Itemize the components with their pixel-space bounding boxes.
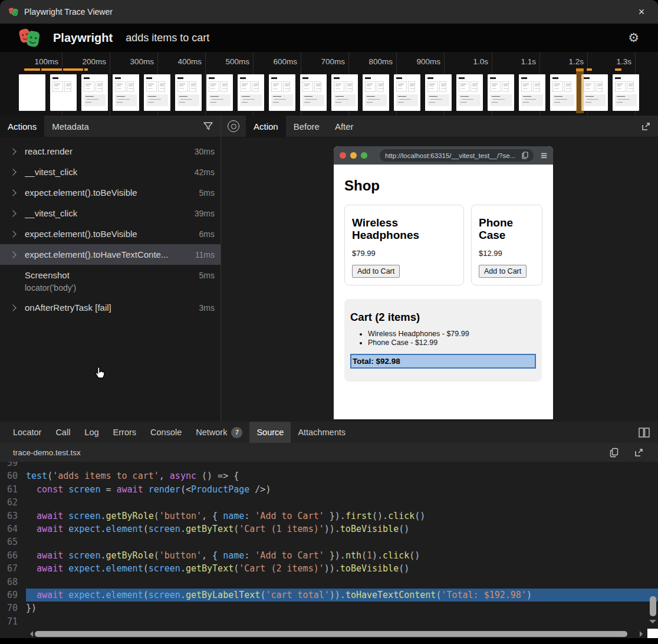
timeline[interactable]: 100ms200ms300ms400ms500ms600ms700ms800ms… (0, 52, 658, 116)
tab-locator[interactable]: Locator (6, 422, 48, 443)
action-row[interactable]: expect.element().toBeVisible6ms (0, 224, 221, 244)
filmstrip-thumbnail[interactable] (550, 74, 577, 111)
filmstrip-thumbnail[interactable] (81, 74, 108, 111)
thumb-mini-heading (396, 77, 402, 79)
tab-log[interactable]: Log (77, 422, 106, 443)
filmstrip-thumbnail[interactable] (269, 74, 295, 111)
tab-call[interactable]: Call (48, 422, 77, 443)
browser-menu-icon[interactable]: ≡ (541, 149, 547, 162)
filmstrip-thumbnail[interactable] (488, 74, 514, 111)
copy-url-icon[interactable] (522, 152, 528, 159)
filmstrip-thumbnail[interactable] (50, 74, 77, 111)
thumb-mini-card (177, 81, 188, 92)
vertical-scrollbar-thumb[interactable] (650, 596, 656, 616)
action-row[interactable]: expect.element().toHaveTextConte...11ms (0, 244, 221, 265)
thumb-mini-cards (271, 81, 295, 92)
thumb-mini-cart (490, 94, 512, 106)
action-marker-bar (615, 68, 621, 71)
pick-locator-cell[interactable] (221, 116, 246, 137)
thumb-mini-card (64, 81, 71, 92)
action-label: react.render (25, 146, 73, 156)
thumb-mini-cards (459, 81, 483, 92)
filmstrip[interactable] (19, 74, 639, 111)
vertical-scrollbar[interactable] (647, 462, 658, 638)
filmstrip-thumbnail[interactable] (394, 74, 420, 111)
open-source-external-icon[interactable] (634, 448, 644, 458)
filter-icon[interactable] (203, 121, 213, 132)
tab-errors[interactable]: Errors (106, 422, 143, 443)
horizontal-scrollbar-thumb[interactable] (35, 631, 627, 637)
filmstrip-thumbnail[interactable] (19, 74, 45, 111)
mouse-cursor (93, 366, 107, 381)
columns-layout-icon[interactable] (639, 428, 650, 438)
thumb-mini-heading (302, 77, 308, 79)
thumb-mini-heading (334, 77, 340, 79)
horizontal-scrollbar[interactable] (0, 630, 647, 638)
copy-source-icon[interactable] (610, 448, 618, 458)
action-row[interactable]: onAfterRetryTask [fail]3ms (0, 297, 221, 318)
timeline-tick-label: 100ms (17, 57, 58, 66)
tab-actions[interactable]: Actions (0, 116, 44, 137)
open-external-icon[interactable] (641, 121, 651, 132)
tab-metadata[interactable]: Metadata (44, 116, 97, 137)
action-row[interactable]: Screenshot5ms (0, 265, 221, 285)
tab-before[interactable]: Before (286, 116, 327, 137)
filmstrip-thumbnail[interactable] (113, 74, 139, 111)
add-to-cart-button[interactable]: Add to Cart (479, 265, 527, 278)
playwright-masks-icon (8, 6, 19, 17)
tab-action[interactable]: Action (246, 116, 286, 137)
filmstrip-thumbnail[interactable] (175, 74, 202, 111)
code-line: 61 const screen = await render(<ProductP… (0, 483, 658, 496)
filmstrip-thumbnail[interactable] (300, 74, 327, 111)
code-line: 60test('adds items to cart', async () =>… (0, 469, 658, 482)
filmstrip-thumbnail[interactable] (613, 74, 639, 111)
thumb-mini-cards (396, 81, 420, 92)
filmstrip-thumbnail[interactable] (519, 74, 545, 111)
filmstrip-thumbnail[interactable] (206, 74, 233, 111)
action-row[interactable]: __vitest_click42ms (0, 162, 221, 182)
timeline-tick-label: 900ms (399, 57, 440, 66)
action-duration: 6ms (195, 229, 215, 239)
scroll-down-arrow-icon[interactable] (649, 620, 656, 627)
bottom-tab-label: Log (84, 428, 98, 437)
scroll-left-arrow-icon[interactable] (27, 631, 33, 637)
scroll-right-arrow-icon[interactable] (640, 631, 646, 637)
line-number: 63 (0, 510, 26, 523)
filmstrip-thumbnail[interactable] (456, 74, 483, 111)
filmstrip-thumbnail[interactable] (144, 74, 170, 111)
snapshot-tabstrip: ActionBeforeAfter (221, 116, 658, 137)
thumb-mini-cart (615, 94, 637, 106)
filmstrip-thumbnail[interactable] (581, 74, 608, 111)
code-line: 63 await screen.getByRole('button', { na… (0, 510, 658, 523)
product-price: $79.99 (352, 249, 456, 258)
chevron-right-icon (11, 232, 25, 236)
filmstrip-thumbnail[interactable] (238, 74, 264, 111)
cart-box: Cart (2 items) Wireless Headphones - $79… (344, 299, 542, 382)
close-icon[interactable]: × (633, 6, 650, 18)
tab-attachments[interactable]: Attachments (291, 422, 353, 443)
thumb-mini-heading (52, 77, 58, 79)
tab-console[interactable]: Console (143, 422, 189, 443)
action-row[interactable]: react.render30ms (0, 141, 221, 162)
url-bar: http://localhost:63315/__vitest_test__/?… (380, 149, 534, 162)
thumb-mini-card (240, 81, 251, 92)
filmstrip-thumbnail[interactable] (363, 74, 389, 111)
cart-heading: Cart (2 items) (350, 311, 536, 324)
chevron-glyph (9, 251, 16, 258)
tab-source[interactable]: Source (249, 422, 291, 443)
tab-network[interactable]: Network7 (189, 422, 249, 443)
add-to-cart-button[interactable]: Add to Cart (352, 265, 400, 278)
thumb-mini-card (334, 81, 344, 92)
thumb-mini-card (459, 81, 469, 92)
action-row[interactable]: expect.element().toBeVisible5ms (0, 182, 221, 203)
product-name: Wireless Headphones (352, 217, 456, 242)
thumb-mini-cards (552, 81, 577, 92)
filmstrip-thumbnail[interactable] (425, 74, 452, 111)
gear-icon[interactable]: ⚙ (628, 31, 639, 45)
code-text (26, 576, 658, 589)
filmstrip-thumbnail[interactable] (331, 74, 358, 111)
thumb-mini-cart (584, 94, 606, 106)
action-row[interactable]: __vitest_click39ms (0, 203, 221, 224)
tab-after[interactable]: After (327, 116, 361, 137)
thumb-mini-cart (334, 94, 356, 106)
